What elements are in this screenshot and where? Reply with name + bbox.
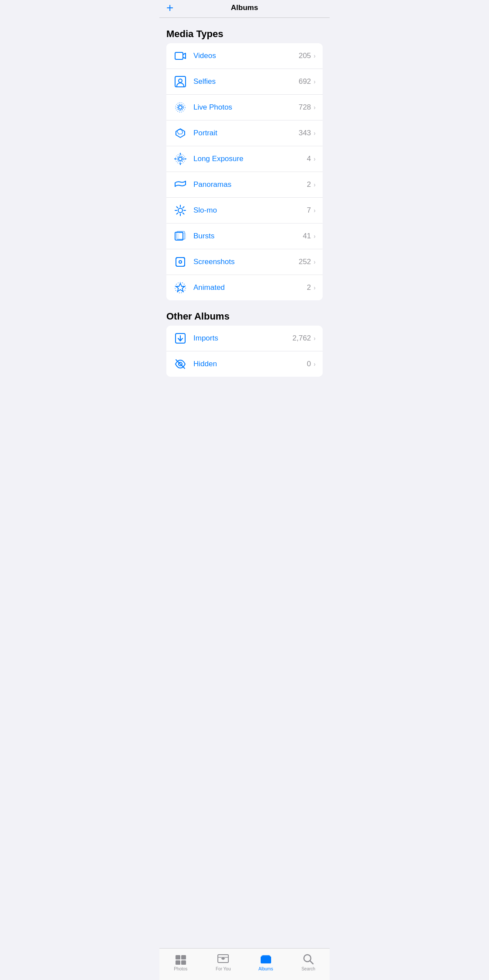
- imports-count: 2,762: [293, 334, 311, 343]
- svg-line-44: [310, 961, 313, 964]
- panoramas-count: 2: [307, 180, 311, 189]
- svg-point-3: [179, 106, 182, 109]
- for-you-tab-label: For You: [216, 966, 231, 971]
- animated-count: 2: [307, 283, 311, 292]
- svg-point-6: [179, 157, 182, 161]
- long-exposure-item[interactable]: Long Exposure 4 ›: [166, 146, 323, 172]
- albums-tab-icon: [260, 953, 272, 965]
- tab-search[interactable]: Search: [287, 953, 330, 971]
- live-photos-label: Live Photos: [193, 103, 299, 112]
- other-albums-list: Imports 2,762 › Hidden 0 ›: [166, 326, 323, 377]
- media-types-list: Videos 205 › Selfies 692 ›: [166, 43, 323, 300]
- svg-rect-35: [181, 955, 186, 959]
- animated-label: Animated: [193, 283, 307, 292]
- add-album-button[interactable]: +: [166, 2, 173, 14]
- portrait-chevron: ›: [313, 130, 316, 137]
- svg-rect-34: [176, 955, 180, 959]
- svg-rect-42: [262, 956, 270, 957]
- panoramas-label: Panoramas: [193, 180, 307, 189]
- svg-line-19: [177, 207, 178, 208]
- hidden-count: 0: [307, 360, 311, 368]
- slo-mo-count: 7: [307, 206, 311, 215]
- other-albums-section: Other Albums Imports 2,762 ›: [159, 311, 330, 377]
- for-you-tab-icon: [217, 953, 229, 965]
- hidden-item[interactable]: Hidden 0 ›: [166, 351, 323, 377]
- animated-item[interactable]: Animated 2 ›: [166, 275, 323, 300]
- live-photos-icon: [173, 100, 187, 114]
- slo-mo-chevron: ›: [313, 207, 316, 214]
- albums-tab-label: Albums: [258, 966, 273, 971]
- tab-for-you[interactable]: For You: [202, 953, 245, 971]
- bursts-count: 41: [303, 232, 311, 241]
- svg-line-20: [183, 213, 184, 214]
- live-photos-chevron: ›: [313, 104, 316, 111]
- svg-line-21: [183, 207, 184, 208]
- svg-point-2: [179, 79, 182, 83]
- svg-point-23: [178, 208, 183, 213]
- screenshots-icon: [173, 255, 187, 269]
- screenshots-label: Screenshots: [193, 258, 299, 266]
- hidden-chevron: ›: [313, 361, 316, 368]
- live-photos-count: 728: [299, 103, 311, 112]
- bursts-label: Bursts: [193, 232, 303, 241]
- photos-tab-label: Photos: [174, 966, 187, 971]
- panoramas-chevron: ›: [313, 181, 316, 188]
- imports-label: Imports: [193, 334, 293, 343]
- content-area: Media Types Videos 205 ›: [159, 28, 330, 413]
- search-tab-label: Search: [301, 966, 315, 971]
- media-types-header: Media Types: [159, 28, 330, 43]
- svg-rect-37: [181, 960, 186, 965]
- search-tab-icon: [302, 953, 314, 965]
- other-albums-header: Other Albums: [159, 311, 330, 326]
- animated-chevron: ›: [313, 284, 316, 291]
- bursts-chevron: ›: [313, 233, 316, 240]
- videos-count: 205: [299, 52, 311, 60]
- media-types-section: Media Types Videos 205 ›: [159, 28, 330, 300]
- videos-item[interactable]: Videos 205 ›: [166, 43, 323, 69]
- selfie-icon: [173, 75, 187, 89]
- nav-bar: + Albums: [159, 0, 330, 18]
- slomo-icon: [173, 203, 187, 217]
- bursts-icon: [173, 229, 187, 243]
- nav-title: Albums: [231, 3, 258, 12]
- slo-mo-item[interactable]: Slo-mo 7 ›: [166, 198, 323, 224]
- svg-rect-27: [176, 258, 185, 266]
- tab-photos[interactable]: Photos: [159, 953, 202, 971]
- hidden-label: Hidden: [193, 360, 307, 368]
- videos-label: Videos: [193, 52, 299, 60]
- svg-line-22: [177, 213, 178, 214]
- long-exposure-icon: [173, 152, 187, 166]
- panoramas-icon: [173, 178, 187, 192]
- svg-point-28: [179, 261, 182, 263]
- bursts-item[interactable]: Bursts 41 ›: [166, 224, 323, 249]
- svg-rect-0: [175, 52, 183, 59]
- screenshots-chevron: ›: [313, 258, 316, 265]
- imports-chevron: ›: [313, 335, 316, 342]
- hidden-icon: [173, 357, 187, 371]
- videos-chevron: ›: [313, 52, 316, 59]
- svg-rect-40: [261, 956, 271, 963]
- portrait-icon: [173, 126, 187, 140]
- portrait-count: 343: [299, 129, 311, 138]
- long-exposure-count: 4: [307, 155, 311, 163]
- svg-rect-36: [176, 960, 180, 965]
- selfies-count: 692: [299, 77, 311, 86]
- live-photos-item[interactable]: Live Photos 728 ›: [166, 95, 323, 120]
- selfies-item[interactable]: Selfies 692 ›: [166, 69, 323, 95]
- portrait-item[interactable]: Portrait 343 ›: [166, 120, 323, 146]
- video-icon: [173, 49, 187, 63]
- tab-albums[interactable]: Albums: [244, 953, 287, 971]
- screenshots-item[interactable]: Screenshots 252 ›: [166, 249, 323, 275]
- portrait-label: Portrait: [193, 129, 299, 138]
- long-exposure-label: Long Exposure: [193, 155, 307, 163]
- imports-item[interactable]: Imports 2,762 ›: [166, 326, 323, 351]
- photos-tab-icon: [175, 953, 187, 965]
- selfies-label: Selfies: [193, 77, 299, 86]
- selfies-chevron: ›: [313, 78, 316, 85]
- screenshots-count: 252: [299, 258, 311, 266]
- tab-bar: Photos For You Albums: [159, 948, 330, 980]
- imports-icon: [173, 331, 187, 345]
- slo-mo-label: Slo-mo: [193, 206, 307, 215]
- panoramas-item[interactable]: Panoramas 2 ›: [166, 172, 323, 198]
- long-exposure-chevron: ›: [313, 155, 316, 162]
